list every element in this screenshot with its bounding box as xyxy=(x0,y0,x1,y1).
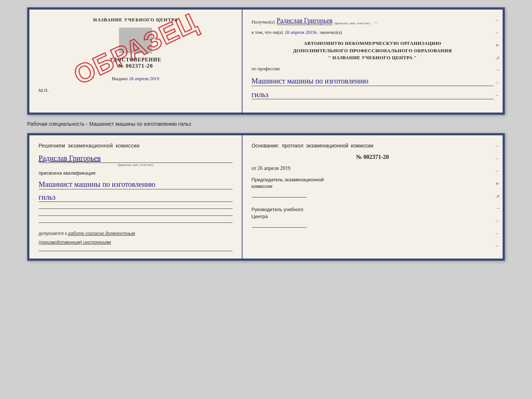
ot-date: 26 апреля 2019 xyxy=(258,165,290,171)
osnovaniye-text: Основание: протокол экзаменационной коми… xyxy=(252,143,493,149)
bottom-document: Решением экзаменационной комиссии Радисл… xyxy=(27,133,505,261)
mp-text: М.П. xyxy=(39,88,48,93)
profession-line1: Машинист машины по изготовлению xyxy=(252,76,493,86)
rabote-text: работе согласно должностным xyxy=(68,231,135,236)
vydano-date: 26 апреля 2019 xyxy=(129,76,159,81)
top-document: НАЗВАНИЕ УЧЕБНОГО ЦЕНТРА УДОСТОВЕРЕНИЕ №… xyxy=(27,7,505,115)
ot-prefix: от xyxy=(252,165,256,171)
org-line1: АВТОНОМНУЮ НЕКОММЕРЧЕСКУЮ ОРГАНИЗАЦИЮ xyxy=(252,40,493,47)
name-label: (фамилия, имя, отчество) xyxy=(334,21,370,25)
line4 xyxy=(39,251,233,251)
top-right-panel: Получил(а) Радислав Григорьев (фамилия, … xyxy=(242,10,503,113)
poluchil-row: Получил(а) Радислав Григорьев (фамилия, … xyxy=(252,17,493,25)
line2 xyxy=(39,215,233,216)
side-dashes-top: – – и ,а ← – – xyxy=(496,17,501,98)
predsedatel-line2: комиссии xyxy=(252,183,493,190)
instrukciyam-row: (производственным) инструкциям xyxy=(39,240,233,245)
bottom-left-panel: Решением экзаменационной комиссии Радисл… xyxy=(29,135,242,259)
vtom-date: 26 апреля 2019г. xyxy=(285,29,318,35)
bottom-right-panel: Основание: протокол экзаменационной коми… xyxy=(242,135,503,259)
ot-row: от 26 апреля 2019 xyxy=(252,165,493,171)
po-professii-label: по профессии xyxy=(252,66,493,72)
dopuskaetsya-label: допускается к xyxy=(39,231,67,236)
poluchil-label: Получил(а) xyxy=(252,19,275,25)
gray-placeholder xyxy=(119,28,152,53)
recipient-name: Радислав Григорьев xyxy=(277,17,332,25)
org-block: АВТОНОМНУЮ НЕКОММЕРЧЕСКУЮ ОРГАНИЗАЦИЮ ДО… xyxy=(252,40,493,61)
profession-line2: гильз xyxy=(252,90,493,99)
rukovoditel-line2: Центра xyxy=(252,213,493,220)
dash1: – xyxy=(375,19,377,25)
top-left-panel: НАЗВАНИЕ УЧЕБНОГО ЦЕНТРА УДОСТОВЕРЕНИЕ №… xyxy=(29,10,242,113)
udost-number: № 002371-20 xyxy=(118,63,153,69)
org-line3: " НАЗВАНИЕ УЧЕБНОГО ЦЕНТРА " xyxy=(252,54,493,61)
vtom-row: в том, что он(а) 26 апреля 2019г. окончи… xyxy=(252,29,493,35)
predsedatel-signature xyxy=(252,197,307,197)
line3 xyxy=(39,222,233,223)
vydano-row: Выдано 26 апреля 2019 xyxy=(112,76,159,82)
bottom-recipient-name: Радислав Григорьев xyxy=(39,154,233,163)
rukovoditel-signature xyxy=(252,227,307,228)
bottom-profession-line2: гильз xyxy=(39,193,233,202)
top-left-title: НАЗВАНИЕ УЧЕБНОГО ЦЕНТРА xyxy=(93,17,178,23)
okonchil-label: окончил(а) xyxy=(320,29,342,35)
vydano-label: Выдано xyxy=(112,76,127,81)
resheniem-text: Решением экзаменационной комиссии xyxy=(39,143,233,149)
protocol-number: № 002371-20 xyxy=(252,154,493,160)
specialty-label: Рабочая специальность - Машинист машины … xyxy=(27,119,505,129)
udost-label: УДОСТОВЕРЕНИЕ xyxy=(110,57,161,63)
predsedatel-block: Председатель экзаменационной комиссии xyxy=(252,177,493,197)
vtom-prefix: в том, что он(а) xyxy=(252,29,283,35)
stamp-area: УДОСТОВЕРЕНИЕ № 002371-20 ОБРАЗЕЦ xyxy=(39,28,233,69)
org-line2: ДОПОЛНИТЕЛЬНОГО ПРОФЕССИОНАЛЬНОГО ОБРАЗО… xyxy=(252,47,493,54)
dopuskaetsya-row: допускается к работе согласно должностны… xyxy=(39,231,233,236)
bottom-profession-line1: Машинист машины по изготовлению xyxy=(39,179,233,189)
side-dashes-bottom: – – – и ,а ← – – – xyxy=(496,143,501,249)
bottom-name-row: Радислав Григорьев (фамилия, имя, отчест… xyxy=(39,154,233,167)
instrukciyam-text: (производственным) инструкциям xyxy=(39,240,111,245)
bottom-name-label: (фамилия, имя, отчество) xyxy=(39,163,233,167)
prisvoena-label: присвоена квалификация xyxy=(39,170,233,176)
line1 xyxy=(39,209,233,209)
rukovoditel-block: Руководитель учебного Центра xyxy=(252,206,493,227)
predsedatel-line1: Председатель экзаменационной xyxy=(252,177,493,183)
rukovoditel-line1: Руководитель учебного xyxy=(252,206,493,213)
